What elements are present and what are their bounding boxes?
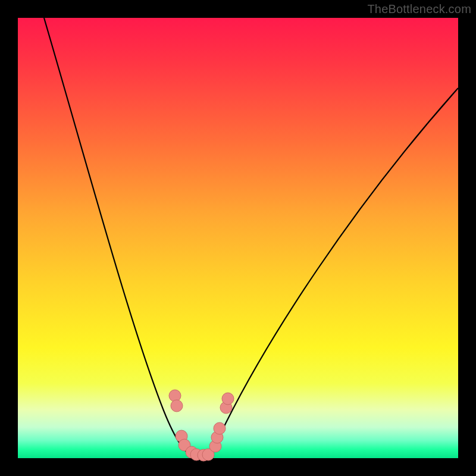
watermark-text: TheBottleneck.com (367, 2, 471, 16)
bottleneck-curve-right (196, 88, 458, 458)
marker-dot (214, 422, 226, 434)
plot-area (18, 18, 458, 458)
chart-svg (18, 18, 458, 458)
chart-frame: TheBottleneck.com (0, 0, 476, 476)
marker-dot (171, 400, 183, 412)
marker-group (169, 390, 234, 461)
marker-dot (222, 393, 234, 405)
